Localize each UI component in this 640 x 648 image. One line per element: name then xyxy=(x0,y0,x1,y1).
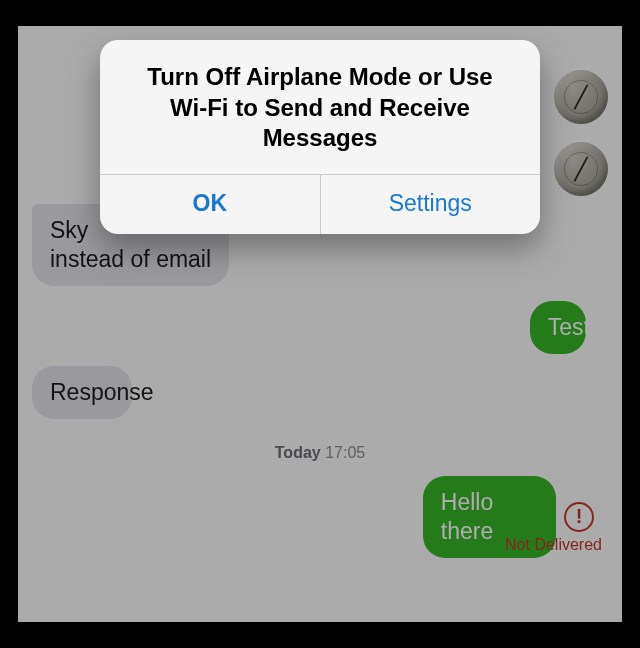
alert-button-row: OK Settings xyxy=(100,174,540,234)
alert-title: Turn Off Airplane Mode or Use Wi-Fi to S… xyxy=(100,40,540,174)
alert-settings-button[interactable]: Settings xyxy=(320,175,541,234)
messages-screen: Sky instead of email Test Response Today… xyxy=(18,26,622,622)
outer-frame: Sky instead of email Test Response Today… xyxy=(0,0,640,648)
alert-dialog: Turn Off Airplane Mode or Use Wi-Fi to S… xyxy=(100,40,540,234)
alert-ok-button[interactable]: OK xyxy=(100,175,320,234)
